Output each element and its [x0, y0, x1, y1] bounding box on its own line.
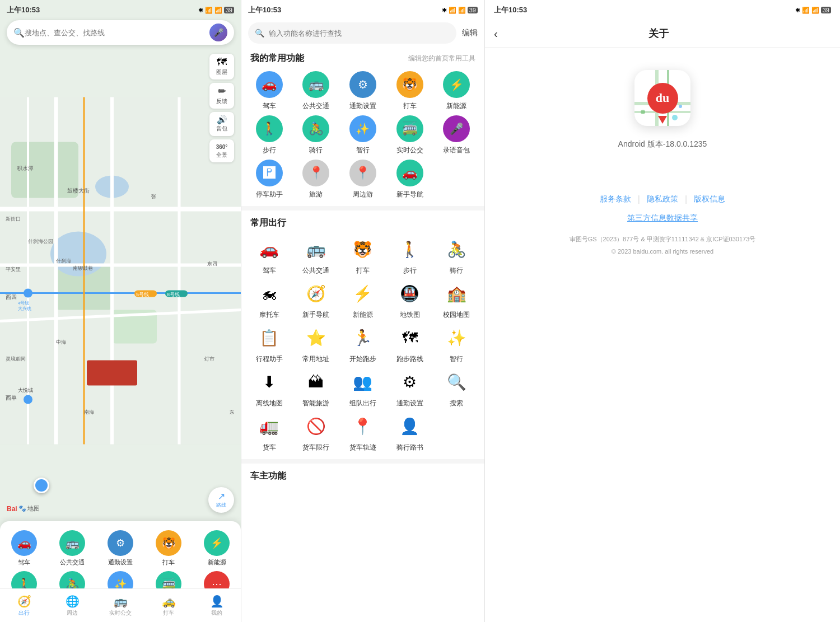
ct-run-icon: 🏃: [349, 324, 376, 351]
quick-action-transit[interactable]: 🚌 公共交通: [48, 528, 96, 569]
middle-search-bar[interactable]: 🔍: [248, 22, 456, 44]
func-beginner-nav[interactable]: 🚗 新手导航: [389, 160, 431, 199]
search-icon-left: 🔍: [13, 27, 25, 38]
my-functions-header: 我的常用功能 编辑您的首页常用工具: [241, 46, 484, 69]
ct-moto[interactable]: 🏍 摩托车: [248, 280, 291, 320]
func-transit[interactable]: 🚌 公共交通: [295, 71, 338, 111]
third-party-link[interactable]: 第三方信息数据共享: [496, 213, 829, 223]
ct-fav[interactable]: ⭐ 常用地址: [295, 324, 338, 364]
nav-travel[interactable]: 🧭 出行: [0, 595, 48, 617]
nav-mine[interactable]: 👤 我的: [193, 595, 241, 617]
func-commute[interactable]: ⚙ 通勤设置: [342, 71, 384, 111]
location-indicator: [34, 478, 49, 493]
time-middle: 上午10:53: [248, 5, 281, 15]
ct-commute-set[interactable]: ⚙ 通勤设置: [389, 368, 431, 408]
ct-transit[interactable]: 🚌 公共交通: [295, 236, 338, 275]
ct-search[interactable]: 🔍 搜索: [435, 368, 478, 408]
bottom-nav: 🧭 出行 🌐 周边 🚌 实时公交 🚕 打车 👤 我的: [0, 588, 241, 622]
nearby-icon: 🌐: [66, 595, 80, 608]
back-button[interactable]: ‹: [494, 27, 498, 40]
ct-offline[interactable]: ⬇ 离线地图: [248, 368, 291, 408]
link-divider-2: |: [685, 194, 687, 204]
func-beginner-nav-icon: 🚗: [396, 160, 423, 186]
svg-text:西单: 西单: [6, 395, 17, 401]
battery-left: 39: [224, 7, 234, 13]
links-row: 服务条款 | 隐私政策 | 版权信息: [496, 194, 829, 204]
func-voice-pack[interactable]: 🎤 录语音包: [435, 115, 478, 155]
middle-search-input[interactable]: [269, 29, 450, 38]
ct-truck-icon: 🚛: [256, 413, 283, 439]
left-panel: 积水潭 鼓楼大街 新街口 什刹海公园 什刹海 平安里 南锣鼓巷 西四 故宫博物院…: [0, 0, 241, 622]
ct-campus-icon: 🏫: [443, 280, 470, 307]
func-nearby-tour[interactable]: 📍 周边游: [342, 160, 384, 199]
ct-truck-track[interactable]: 📍 货车轨迹: [342, 413, 384, 452]
func-ev[interactable]: ⚡ 新能源: [435, 71, 478, 111]
ct-taxi[interactable]: 🐯 打车: [342, 236, 384, 275]
svg-rect-27: [87, 361, 137, 386]
ct-run-route[interactable]: 🗺 跑步路线: [389, 324, 431, 364]
ct-smart[interactable]: ✨ 智行: [435, 324, 478, 364]
func-smart[interactable]: ✨ 智行: [342, 115, 384, 155]
about-content: du Android 版本-18.0.0.1235: [485, 48, 840, 172]
ct-group[interactable]: 👥 组队出行: [342, 368, 384, 408]
copyright-link[interactable]: 版权信息: [694, 194, 725, 204]
ct-ev[interactable]: ⚡ 新能源: [342, 280, 384, 320]
func-bike[interactable]: 🚴 骑行: [295, 115, 338, 155]
ct-campus[interactable]: 🏫 校园地图: [435, 280, 478, 320]
route-button[interactable]: ↗ 路线: [208, 487, 234, 513]
ct-metro[interactable]: 🚇 地铁图: [389, 280, 431, 320]
func-walk[interactable]: 🚶 步行: [248, 115, 291, 155]
ct-walk[interactable]: 🚶 步行: [389, 236, 431, 275]
nav-taxi[interactable]: 🚕 打车: [144, 595, 193, 617]
func-smart-icon: ✨: [349, 115, 376, 142]
svg-text:积水潭: 积水潭: [17, 165, 34, 171]
search-input-left[interactable]: [25, 29, 209, 37]
func-voice-icon: 🎤: [443, 115, 470, 142]
privacy-link[interactable]: 隐私政策: [647, 194, 678, 204]
wifi-icon-left: 📶: [214, 7, 222, 14]
ct-trip[interactable]: 📋 行程助手: [248, 324, 291, 364]
layers-button[interactable]: 🗺 图层: [209, 54, 234, 79]
quick-action-drive[interactable]: 🚗 驾车: [0, 528, 48, 569]
nav-realtime-bus[interactable]: 🚌 实时公交: [96, 595, 144, 617]
voice-button[interactable]: 🎤: [209, 24, 227, 41]
func-drive[interactable]: 🚗 驾车: [248, 71, 291, 111]
nav-nearby[interactable]: 🌐 周边: [48, 595, 96, 617]
ct-truck-limit[interactable]: 🚫 货车限行: [295, 413, 338, 452]
about-title: 关于: [507, 27, 811, 40]
map-pin-icon: [658, 116, 667, 124]
version-label: Android 版本-18.0.0.1235: [618, 139, 707, 149]
ct-cycling-book[interactable]: 👤 骑行路书: [389, 413, 431, 452]
svg-text:张: 张: [151, 194, 156, 199]
svg-text:南锣鼓巷: 南锣鼓巷: [73, 265, 93, 271]
quick-action-ev[interactable]: ⚡ 新能源: [193, 528, 241, 569]
ct-truck[interactable]: 🚛 货车: [248, 413, 291, 452]
quick-action-commute[interactable]: ⚙ 通勤设置: [96, 528, 144, 569]
ct-smart-travel[interactable]: 🏔 智能旅游: [295, 368, 338, 408]
ct-run[interactable]: 🏃 开始跑步: [342, 324, 384, 364]
common-travel-header: 常用出行: [241, 211, 484, 233]
sound-button[interactable]: 🔊 音包: [209, 112, 234, 136]
svg-text:西四: 西四: [6, 294, 17, 300]
commute-icon: ⚙: [108, 530, 133, 556]
my-functions-grid: 🚗 驾车 🚌 公共交通 ⚙ 通勤设置 🐯 打车 ⚡ 新能源 🚶: [241, 69, 484, 206]
ct-beginner[interactable]: 🧭 新手导航: [295, 280, 338, 320]
panorama-button[interactable]: 360° 全景: [209, 139, 234, 162]
feedback-button[interactable]: ✏ 反馈: [209, 83, 234, 109]
search-bar[interactable]: 🔍 🎤: [7, 20, 234, 45]
func-travel[interactable]: 📍 旅游: [295, 160, 338, 199]
bottom-actions-panel: 🚗 驾车 🚌 公共交通 ⚙ 通勤设置 🐯 打车 ⚡ 新能源: [0, 521, 241, 622]
right-panel: 上午10:53 ✱ 📶 📶 39 ‹ 关于: [484, 0, 840, 622]
edit-button[interactable]: 编辑: [462, 28, 478, 38]
func-parking[interactable]: 🅿 停车助手: [248, 160, 291, 199]
status-icons-middle: ✱ 📶 📶 39: [442, 7, 478, 14]
quick-action-taxi[interactable]: 🐯 打车: [144, 528, 193, 569]
copyright-text: © 2023 baidu.com. all rights reserved: [496, 247, 829, 257]
terms-link[interactable]: 服务条款: [600, 194, 631, 204]
ct-drive[interactable]: 🚗 驾车: [248, 236, 291, 275]
func-taxi[interactable]: 🐯 打车: [389, 71, 431, 111]
func-realtime-bus[interactable]: 🚎 实时公交: [389, 115, 431, 155]
ct-metro-icon: 🚇: [396, 280, 423, 307]
drive-icon: 🚗: [11, 530, 37, 556]
ct-bike[interactable]: 🚴 骑行: [435, 236, 478, 275]
